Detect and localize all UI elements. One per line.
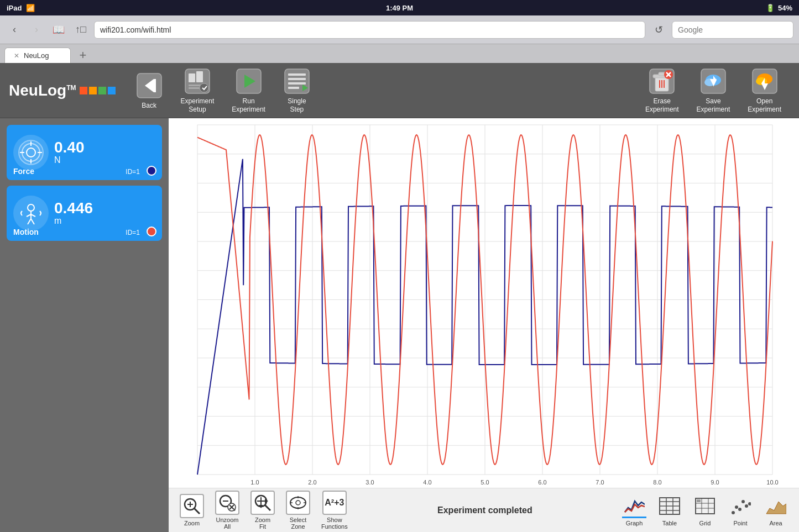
status-bar: iPad 📶 1:49 PM 🔋 54% [0,0,799,15]
unzoom-all-icon [215,491,239,515]
svg-line-51 [194,508,200,514]
run-experiment-button[interactable]: RunExperiment [223,64,274,117]
zoom-fit-label: ZoomFit [255,517,270,530]
back-button[interactable]: ‹ [6,21,23,39]
forward-button[interactable]: › [28,21,45,39]
motion-unit: m [54,216,155,226]
tab-bar: ✕ NeuLog + [0,44,799,63]
save-label: SaveExperiment [697,97,730,113]
force-sensor-name: Force [13,167,34,176]
svg-rect-5 [196,71,203,82]
motion-sensor-data: 0.446 m [54,201,155,226]
svg-point-85 [735,505,738,509]
svg-rect-83 [697,499,701,502]
grid-view-button[interactable]: Grid [688,492,722,529]
experiment-status: Experiment completed [354,505,615,515]
zoom-fit-tool[interactable]: ZoomFit [246,488,279,532]
logo-text: NeuLogTM [9,82,76,99]
refresh-button[interactable]: ↺ [650,21,667,39]
svg-point-44 [28,204,34,211]
run-label: RunExperiment [232,97,265,113]
battery-icon: 🔋 [766,4,775,12]
single-step-label: SingleStep [288,97,306,113]
svg-point-86 [738,508,741,511]
svg-rect-4 [189,73,195,82]
url-bar[interactable] [94,21,645,39]
new-tab-button[interactable]: + [75,48,91,63]
svg-point-67 [296,501,300,505]
svg-point-89 [748,502,751,505]
graph-view-icon [622,494,646,518]
svg-point-66 [290,497,306,508]
svg-line-46 [27,214,31,217]
force-sensor-card[interactable]: 0.40 N Force ID=1 [7,125,162,180]
save-experiment-button[interactable]: SaveExperiment [688,64,739,117]
experiment-setup-button[interactable]: ExperimentSetup [172,64,223,117]
share-button[interactable]: ↑□ [72,21,90,39]
tab-close-icon[interactable]: ✕ [14,52,19,60]
graph-view-button[interactable]: Graph [618,492,651,529]
table-view-button[interactable]: Table [653,492,686,529]
force-unit: N [54,155,155,165]
tab-title: NeuLog [24,51,49,60]
logo-sq-3 [98,87,106,94]
graph-area: 0.90 0.85 0.80 0.75 0.70 0.65 0.60 0.55 … [169,118,799,532]
unzoom-all-tool[interactable]: UnzoomAll [211,488,244,532]
chart-canvas [169,118,799,488]
sensor-panel: 0.40 N Force ID=1 [0,118,169,532]
motion-value: 0.446 [54,201,155,216]
area-view-button[interactable]: Area [759,492,792,529]
main-content: 0.40 N Force ID=1 [0,118,799,532]
grid-view-icon [693,494,717,518]
bookmarks-button[interactable]: 📖 [50,21,67,39]
back-icon [135,72,163,99]
open-icon [751,67,779,95]
point-view-label: Point [733,520,747,526]
motion-sensor-icon [13,196,49,231]
neulog-logo: NeuLogTM [9,82,116,99]
svg-rect-2 [154,79,156,92]
app-container: NeuLogTM Back [0,63,799,532]
run-icon [235,67,263,95]
open-experiment-button[interactable]: OpenExperiment [739,64,790,117]
logo-sq-2 [89,87,97,94]
grid-view-label: Grid [699,520,711,526]
select-zone-label: SelectZone [290,517,307,530]
experiment-setup-label: ExperimentSetup [181,97,215,113]
point-view-button[interactable]: Point [724,492,757,529]
graph-toolbar: Zoom UnzoomAll [169,488,799,532]
zoom-tool[interactable]: Zoom [175,492,208,529]
show-functions-tool[interactable]: A²+3 ShowFunctions [317,488,352,532]
status-bar-right: 🔋 54% [766,4,792,12]
erase-experiment-button[interactable]: EraseExperiment [636,64,688,117]
erase-label: EraseExperiment [645,97,679,113]
svg-line-48 [28,219,31,224]
active-tab[interactable]: ✕ NeuLog [4,48,71,63]
back-label: Back [142,102,156,109]
area-view-label: Area [769,520,782,526]
force-color-dot [147,166,156,176]
force-sensor-id: ID=1 [126,168,140,176]
logo-sq-4 [108,87,116,94]
logo-sq-1 [80,87,87,94]
motion-sensor-id: ID=1 [126,229,140,236]
table-view-label: Table [662,520,677,526]
zoom-label: Zoom [184,520,200,526]
motion-color-dot [147,227,156,236]
graph-wrapper: 0.90 0.85 0.80 0.75 0.70 0.65 0.60 0.55 … [169,118,799,488]
open-label: OpenExperiment [748,97,781,113]
search-input[interactable] [672,21,793,39]
status-bar-left: iPad 📶 [7,4,35,12]
back-toolbar-button[interactable]: Back [127,69,172,113]
svg-point-8 [200,83,208,92]
svg-line-49 [31,219,34,224]
motion-sensor-name: Motion [13,228,39,236]
svg-rect-15 [288,87,299,89]
save-icon [699,67,727,95]
time-display: 1:49 PM [386,4,413,12]
select-zone-tool[interactable]: SelectZone [281,488,315,532]
motion-sensor-card[interactable]: 0.446 m Motion ID=1 [7,186,162,241]
force-sensor-data: 0.40 N [54,140,155,165]
experiment-setup-icon [184,67,211,95]
single-step-button[interactable]: SingleStep [274,64,320,117]
